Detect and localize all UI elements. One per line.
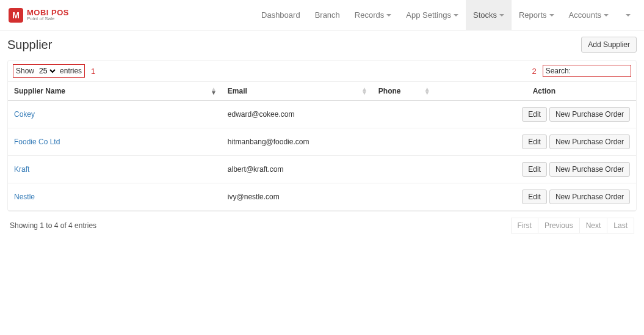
supplier-phone [372, 183, 435, 211]
supplier-email: albert@kraft.com [222, 156, 372, 183]
logo[interactable]: M MOBI POS Point of Sale [6, 8, 69, 23]
edit-button[interactable]: Edit [522, 134, 547, 149]
supplier-name-link[interactable]: Foodie Co Ltd [14, 138, 60, 146]
supplier-email: edward@cokee.com [222, 101, 372, 128]
nav-item-label: Records [355, 10, 384, 20]
entries-length-control: Show 25 entries [13, 64, 85, 78]
table-row: Kraftalbert@kraft.comEditNew Purchase Or… [8, 156, 636, 183]
page-title: Supplier [7, 38, 52, 52]
pager-previous[interactable]: Previous [538, 218, 580, 234]
table-row: Cokeyedward@cokee.comEditNew Purchase Or… [8, 101, 636, 128]
table-row: Foodie Co Ltdhitmanbang@foodie.comEditNe… [8, 128, 636, 156]
chevron-down-icon [549, 14, 554, 17]
sort-icon: ▲▼ [361, 87, 367, 95]
chevron-down-icon [386, 14, 391, 17]
chevron-down-icon [454, 14, 458, 17]
chevron-down-icon [626, 14, 631, 17]
header-supplier-name[interactable]: Supplier Name ▲▼ [8, 82, 222, 101]
search-control: Search: [543, 65, 631, 77]
show-label: Show [16, 67, 34, 75]
nav-item-dashboard[interactable]: Dashboard [254, 0, 308, 30]
supplier-phone [372, 101, 435, 128]
pager-last[interactable]: Last [607, 218, 634, 234]
sort-icon: ▲▼ [211, 87, 217, 95]
table-row: Nestleivy@nestle.comEditNew Purchase Ord… [8, 183, 636, 211]
search-input[interactable] [573, 67, 628, 75]
annotation-1: 1 [91, 67, 95, 76]
nav-item-app-settings[interactable]: App Settings [399, 0, 466, 30]
edit-button[interactable]: Edit [522, 162, 547, 177]
nav-item-accounts[interactable]: Accounts [562, 0, 616, 30]
new-purchase-order-button[interactable]: New Purchase Order [549, 190, 630, 204]
entries-select[interactable]: 25 [37, 66, 57, 76]
new-purchase-order-button[interactable]: New Purchase Order [549, 162, 630, 177]
new-purchase-order-button[interactable]: New Purchase Order [549, 107, 630, 122]
nav-item-label: Stocks [473, 10, 497, 20]
supplier-name-link[interactable]: Kraft [14, 165, 29, 174]
supplier-name-link[interactable]: Cokey [14, 110, 35, 119]
header-action: Action [435, 82, 636, 101]
nav-item-label: Branch [315, 10, 340, 20]
nav-item-records[interactable]: Records [347, 0, 399, 30]
supplier-phone [372, 128, 435, 156]
nav-item-branch[interactable]: Branch [308, 0, 347, 30]
edit-button[interactable]: Edit [522, 190, 547, 204]
header-phone[interactable]: Phone ▲▼ [372, 82, 435, 101]
nav-item-label: Reports [519, 10, 547, 20]
nav-item-extra[interactable] [616, 0, 638, 30]
nav-item-label: App Settings [406, 10, 451, 20]
nav-item-reports[interactable]: Reports [512, 0, 562, 30]
header-email[interactable]: Email ▲▼ [222, 82, 372, 101]
table-info: Showing 1 to 4 of 4 entries [10, 221, 96, 230]
supplier-email: ivy@nestle.com [222, 183, 372, 211]
nav-item-stocks[interactable]: Stocks [466, 0, 512, 30]
supplier-email: hitmanbang@foodie.com [222, 128, 372, 156]
chevron-down-icon [499, 14, 504, 17]
search-label: Search: [546, 67, 571, 75]
pager: First Previous Next Last [511, 218, 634, 234]
nav-menu: DashboardBranchRecordsApp SettingsStocks… [254, 0, 638, 30]
pager-next[interactable]: Next [580, 218, 608, 234]
supplier-phone [372, 156, 435, 183]
logo-subtitle: Point of Sale [27, 17, 69, 21]
logo-icon: M [9, 8, 23, 23]
entries-label: entries [60, 67, 82, 75]
supplier-name-link[interactable]: Nestle [14, 193, 35, 201]
nav-item-label: Accounts [569, 10, 601, 20]
edit-button[interactable]: Edit [522, 107, 547, 122]
chevron-down-icon [604, 14, 609, 17]
nav-item-label: Dashboard [261, 10, 300, 20]
annotation-2: 2 [532, 67, 536, 76]
pager-first[interactable]: First [511, 218, 538, 234]
add-supplier-button[interactable]: Add Supplier [581, 37, 637, 53]
sort-icon: ▲▼ [424, 87, 430, 95]
new-purchase-order-button[interactable]: New Purchase Order [549, 134, 630, 149]
